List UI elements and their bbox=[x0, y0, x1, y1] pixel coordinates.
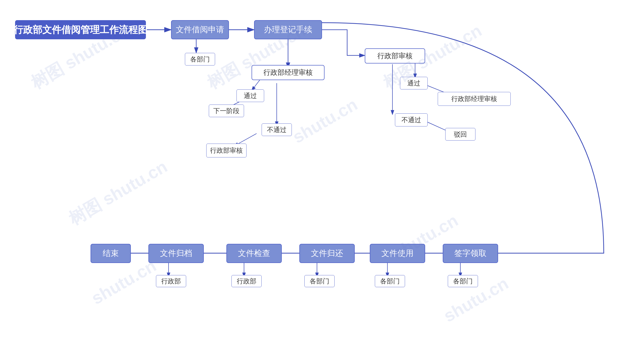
step1-node: 文件借阅申请 bbox=[171, 20, 229, 39]
step2-text: 办理登记手续 bbox=[264, 24, 312, 35]
step2-pass-right-node: 通过 bbox=[400, 77, 428, 89]
step2-pass-right-text: 通过 bbox=[407, 79, 420, 88]
step4-node: 文件使用 bbox=[370, 244, 425, 263]
watermark-5: 树图 shutu.cn bbox=[65, 155, 172, 230]
step2-manager-left-text: 行政部经理审核 bbox=[263, 68, 313, 77]
step4-sub-node: 各部门 bbox=[375, 275, 405, 287]
arrows-svg bbox=[0, 0, 644, 364]
step8-node: 结束 bbox=[91, 244, 131, 263]
step2-fail-right-node: 不通过 bbox=[395, 113, 428, 126]
watermark-7: shutu.cn bbox=[88, 255, 159, 308]
step1-sub-text: 各部门 bbox=[190, 55, 210, 64]
step4-sub-text: 各部门 bbox=[380, 277, 400, 286]
step5-text: 文件归还 bbox=[311, 248, 343, 259]
step1-text: 文件借阅申请 bbox=[176, 24, 224, 35]
step6-sub-text: 行政部 bbox=[237, 277, 256, 286]
step6-sub-node: 行政部 bbox=[231, 275, 262, 287]
step7-text: 文件归档 bbox=[160, 248, 192, 259]
step2-next-node: 下一阶段 bbox=[209, 105, 244, 117]
step6-text: 文件检查 bbox=[238, 248, 270, 259]
step2-audit-bottom-node: 行政部审核 bbox=[206, 144, 247, 157]
step5-node: 文件归还 bbox=[299, 244, 355, 263]
step7-sub-text: 行政部 bbox=[161, 277, 181, 286]
step7-sub-node: 行政部 bbox=[156, 275, 186, 287]
step2-pass-left-text: 通过 bbox=[244, 91, 257, 100]
step2-audit-right-text: 行政部审核 bbox=[377, 51, 413, 61]
title-node: 行政部文件借阅管理工作流程图 bbox=[15, 20, 146, 39]
step3-sub-text: 各部门 bbox=[453, 277, 473, 286]
step3-node: 签字领取 bbox=[443, 244, 498, 263]
step2-fail-right-text: 不通过 bbox=[401, 116, 421, 124]
canvas: 行政部文件借阅管理工作流程图 文件借阅申请 各部门 办理登记手续 行政部经理审核… bbox=[0, 0, 644, 364]
step3-text: 签字领取 bbox=[454, 248, 487, 259]
step6-node: 文件检查 bbox=[226, 244, 282, 263]
step2-pass-left-node: 通过 bbox=[236, 89, 264, 102]
step2-fail-left-text: 不通过 bbox=[267, 125, 287, 134]
step1-sub-node: 各部门 bbox=[185, 53, 215, 65]
step4-text: 文件使用 bbox=[381, 248, 414, 259]
step5-sub-node: 各部门 bbox=[304, 275, 335, 287]
step8-text: 结束 bbox=[103, 248, 119, 259]
step2-next-text: 下一阶段 bbox=[213, 107, 239, 115]
watermark-layer: 树图 shutu.cn 树图 shutu.cn 树图 shutu.cn shut… bbox=[0, 0, 644, 364]
step7-node: 文件归档 bbox=[148, 244, 204, 263]
step2-reject-node: 驳回 bbox=[445, 128, 475, 141]
step5-sub-text: 各部门 bbox=[310, 277, 329, 286]
step2-fail-left-node: 不通过 bbox=[262, 123, 292, 136]
watermark-4: shutu.cn bbox=[289, 94, 360, 147]
step2-manager-right-node: 行政部经理审核 bbox=[438, 92, 511, 106]
title-text: 行政部文件借阅管理工作流程图 bbox=[14, 23, 147, 36]
step2-manager-right-text: 行政部经理审核 bbox=[451, 94, 497, 103]
step2-node: 办理登记手续 bbox=[254, 20, 322, 39]
step2-audit-bottom-text: 行政部审核 bbox=[210, 146, 243, 155]
step2-reject-text: 驳回 bbox=[454, 130, 467, 139]
step3-sub-node: 各部门 bbox=[448, 275, 478, 287]
step2-manager-left-node: 行政部经理审核 bbox=[252, 65, 325, 80]
step2-audit-right-node: 行政部审核 bbox=[365, 48, 425, 63]
